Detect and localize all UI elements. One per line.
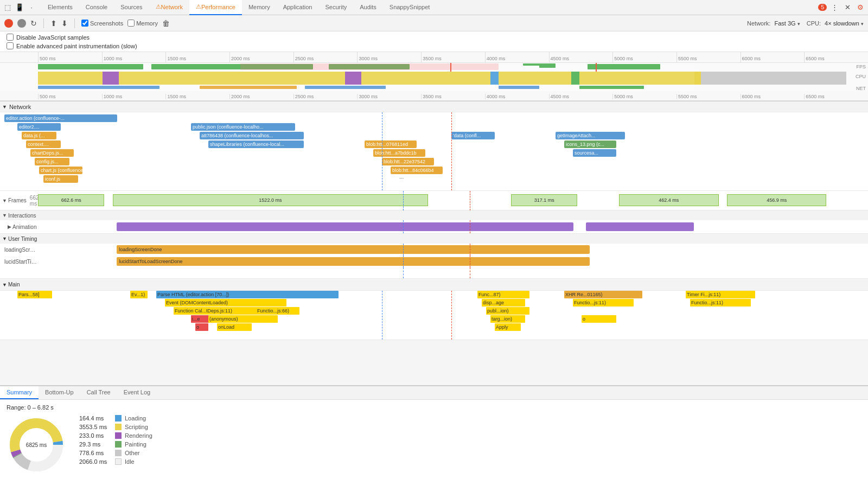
tab-network[interactable]: ⚠ Network: [149, 0, 189, 15]
net-bar-context[interactable]: context....: [26, 140, 61, 148]
record-button[interactable]: [4, 19, 13, 28]
tab-bottom-up[interactable]: Bottom-Up: [39, 386, 80, 399]
flame-o2[interactable]: o: [195, 323, 208, 331]
tab-snappysnippet[interactable]: SnappySnippet: [383, 0, 437, 15]
tab-call-tree[interactable]: Call Tree: [80, 386, 117, 399]
upload-icon[interactable]: ⬆: [50, 19, 57, 28]
r2-tick-6000: 6000 ms: [741, 94, 805, 99]
tab-summary[interactable]: Summary: [0, 386, 39, 399]
dot-icon[interactable]: ·: [26, 2, 37, 13]
tab-sources[interactable]: Sources: [114, 0, 149, 15]
vline-blue-ut1: [403, 244, 404, 256]
net-bar-blob2[interactable]: blob:htt...a7bddc1b: [373, 149, 425, 157]
net-bar-editor2[interactable]: editor2....: [17, 123, 61, 131]
net-bar-data-js[interactable]: data.js (...: [22, 132, 56, 139]
user-timing-header[interactable]: ▼ User Timing: [0, 234, 868, 244]
net-bar-sourcesa[interactable]: sourcesa...: [573, 149, 616, 157]
net-bar-att786438[interactable]: att786438 (confluence-localhos...: [200, 132, 304, 139]
overview-bars[interactable]: FPS CPU NET: [0, 63, 868, 91]
flame-apply[interactable]: Apply: [495, 323, 521, 331]
net-bar-iconf[interactable]: iconf.js: [43, 175, 78, 183]
main-flamechart[interactable]: Pars...58] Ev...1) Parse HTML (editor.ac…: [0, 291, 868, 340]
ut-loading-track[interactable]: loadingScreenDone: [38, 244, 868, 256]
net-bar-getimage[interactable]: getImageAttach...: [556, 132, 625, 139]
net-bar-data-confl[interactable]: 'data (confl...: [451, 132, 495, 139]
tab-audits[interactable]: Audits: [353, 0, 383, 15]
selection-range[interactable]: [38, 63, 694, 91]
main-header[interactable]: ▼ Main: [0, 279, 868, 291]
memory-checkbox[interactable]: [127, 20, 135, 27]
advanced-paint-label[interactable]: Enable advanced paint instrumentation (s…: [7, 42, 861, 49]
flame-timer[interactable]: Timer Fi...js:11): [686, 291, 755, 298]
animation-track[interactable]: [38, 220, 868, 233]
net-bar-chart-js[interactable]: chart.js (confluence-...: [39, 167, 82, 174]
tab-console[interactable]: Console: [79, 0, 114, 15]
settings-icon[interactable]: ⚙: [855, 2, 866, 13]
tick-1000: 1000 ms: [102, 52, 166, 62]
flame-targ-ion[interactable]: targ...ion): [490, 315, 525, 323]
download-icon[interactable]: ⬇: [61, 19, 68, 28]
flame-func-js11-2[interactable]: Functio...js:11): [573, 299, 634, 306]
net-bar-editor-action[interactable]: editor.action (confluence-...: [4, 114, 117, 122]
cpu-dropdown-icon[interactable]: ▾: [861, 21, 864, 27]
flame-ev[interactable]: Ev...1): [130, 291, 148, 298]
inspect-icon[interactable]: ⬚: [2, 2, 13, 13]
net-bar-chartdeps[interactable]: chartDeps.js...: [30, 149, 74, 157]
interactions-triangle: ▼: [2, 213, 7, 218]
network-section-header[interactable]: ▼ Network: [0, 101, 868, 112]
flame-publ-ion[interactable]: publ...ion): [486, 307, 529, 315]
ut-empty-track: [38, 267, 868, 278]
net-bar-blob1[interactable]: blob:htt...076811ed: [365, 140, 417, 148]
trash-icon[interactable]: 🗑: [162, 19, 170, 28]
flame-xhr[interactable]: XHR Re...01165): [564, 291, 642, 298]
memory-checkbox-label[interactable]: Memory: [127, 20, 158, 27]
network-label: Network: Fast 3G ▾: [747, 20, 800, 27]
tab-memory[interactable]: Memory: [242, 0, 277, 15]
net-bar-icons13[interactable]: icons_13.png (c...: [564, 140, 616, 148]
screenshots-checkbox[interactable]: [81, 20, 88, 27]
disable-js-checkbox[interactable]: [7, 34, 14, 41]
flame-parse-html[interactable]: Parse HTML (editor.action [70...]): [156, 291, 339, 298]
reload-icon[interactable]: ↻: [30, 19, 37, 28]
tab-application[interactable]: Application: [277, 0, 319, 15]
advanced-paint-checkbox[interactable]: [7, 42, 14, 49]
flame-o[interactable]: o: [582, 315, 616, 323]
flame-func-js66[interactable]: Functio...js:66): [256, 307, 299, 315]
tab-event-log[interactable]: Event Log: [117, 386, 157, 399]
other-label: Other: [125, 450, 140, 456]
net-bar-blob3[interactable]: blob:htt...22e37542: [382, 158, 434, 165]
tab-security[interactable]: Security: [318, 0, 353, 15]
frames-track[interactable]: 662.6 ms 1522.0 ms 317.1 ms 462.4 ms 456…: [38, 191, 868, 210]
screenshots-checkbox-label[interactable]: Screenshots: [81, 20, 123, 27]
flame-anonymous[interactable]: (anonymous): [208, 315, 278, 323]
net-bar-public-json[interactable]: public.json (confluence-localho...: [191, 123, 295, 131]
flame-func87[interactable]: Func...87): [477, 291, 529, 298]
more-button[interactable]: ⋮: [829, 2, 840, 13]
flame-disp-age[interactable]: disp...age: [482, 299, 525, 306]
frames-section: ▼ Frames 662.6 ms 662.6 ms 1522.0 ms 317…: [0, 191, 868, 210]
net-bar-config-js[interactable]: config.js...: [35, 158, 69, 165]
net-bar-shape-libs[interactable]: shapeLibraries (confluence-local...: [208, 140, 304, 148]
interactions-header[interactable]: ▼ Interactions: [0, 210, 868, 220]
disable-js-label[interactable]: Disable JavaScript samples: [7, 34, 861, 41]
tab-elements[interactable]: Elements: [41, 0, 79, 15]
frames-label[interactable]: ▼ Frames 662.6 ms: [0, 195, 38, 207]
flame-domcontentloaded[interactable]: Event (DOMContentLoaded): [165, 299, 286, 306]
network-dropdown-icon[interactable]: ▾: [797, 21, 800, 27]
flame-onload[interactable]: onLoad: [217, 323, 252, 331]
flame-func-js11-3[interactable]: Functio...js:11): [690, 299, 751, 306]
net-bar-blob4[interactable]: blob:htt...84c066b4: [391, 167, 443, 174]
flame-pars[interactable]: Pars...58]: [17, 291, 52, 298]
vline-red-net: [451, 112, 452, 190]
flame-funcal[interactable]: Function Cal...tDeps.js:11): [174, 307, 260, 315]
undock-button[interactable]: ✕: [842, 2, 853, 13]
r2-tick-3500: 3500 ms: [421, 94, 485, 99]
vline-red-ut1: [470, 244, 470, 256]
device-icon[interactable]: 📱: [14, 2, 25, 13]
stop-button[interactable]: [17, 19, 26, 28]
r2-tick-3000: 3000 ms: [357, 94, 421, 99]
timeline-scroll[interactable]: ▼ Network editor.action (confluence-... …: [0, 101, 868, 385]
tab-performance[interactable]: ⚠ Performance: [189, 0, 242, 15]
ut-lucid-track[interactable]: lucidStartToLoadScreenDone: [38, 256, 868, 267]
options-row: Disable JavaScript samples Enable advanc…: [0, 31, 868, 52]
